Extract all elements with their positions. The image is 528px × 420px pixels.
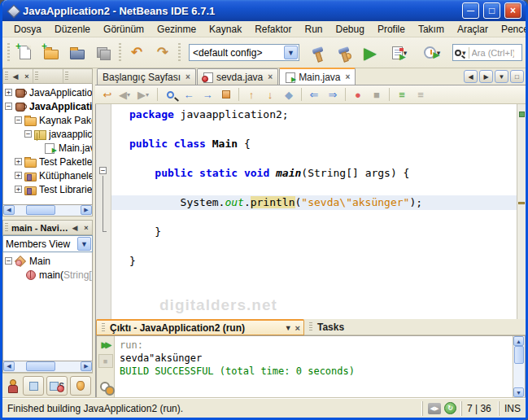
output-vscrollbar[interactable]: ▲ ▼ bbox=[513, 336, 525, 397]
tab-close-button[interactable]: × bbox=[268, 72, 273, 81]
previous-bookmark-button[interactable]: ↑ bbox=[242, 86, 260, 103]
tree-expand-handle[interactable]: − bbox=[15, 116, 22, 124]
rerun-button[interactable]: ▶▶ bbox=[98, 338, 113, 352]
combo-dropdown-button[interactable]: ▼ bbox=[77, 237, 91, 251]
new-file-button[interactable]: + bbox=[13, 41, 37, 65]
find-next-button[interactable]: → bbox=[199, 86, 216, 103]
tree-item[interactable]: −javaapplication2 bbox=[3, 127, 92, 141]
tab-close-button[interactable]: × bbox=[345, 72, 350, 81]
code-text-area[interactable]: package javaapplication2;public class Ma… bbox=[111, 104, 517, 319]
panel-close-button[interactable]: × bbox=[21, 71, 33, 82]
tasks-tab[interactable]: Tasks bbox=[304, 319, 352, 335]
code-line[interactable]: System.out.println("sevda\"aksünger"); bbox=[111, 195, 517, 210]
shift-line-left-button[interactable]: ⇐ bbox=[305, 86, 323, 103]
output-settings-button[interactable] bbox=[99, 382, 112, 393]
toolbar-grip[interactable] bbox=[119, 43, 121, 63]
tab-scroll-right-button[interactable]: ▶ bbox=[479, 70, 493, 83]
tree-item[interactable]: Main.java bbox=[3, 141, 92, 155]
back-button[interactable]: ◀▾ bbox=[117, 86, 135, 103]
menu-dosya[interactable]: Dosya bbox=[7, 22, 48, 37]
undo-button[interactable]: ↶ bbox=[124, 41, 149, 65]
minimized-window-button[interactable]: S bbox=[46, 376, 68, 396]
panel-minimize-button[interactable]: ◀ bbox=[10, 71, 21, 82]
navigator-view-selector[interactable]: Members View ▼ bbox=[2, 235, 93, 252]
scroll-down-button[interactable]: ▼ bbox=[513, 387, 524, 397]
menu-profile[interactable]: Profile bbox=[371, 22, 412, 37]
panel-minimize-button[interactable]: ◀ bbox=[69, 222, 81, 234]
tree-expand-handle[interactable]: − bbox=[24, 130, 32, 138]
tree-expand-handle[interactable]: + bbox=[5, 89, 12, 96]
redo-button[interactable]: ↷ bbox=[151, 41, 175, 65]
code-line[interactable] bbox=[111, 181, 517, 195]
scroll-right-button[interactable]: ▶ bbox=[81, 205, 92, 215]
toggle-bookmark-button[interactable]: ◆ bbox=[280, 86, 298, 103]
panel-tab-stub[interactable] bbox=[33, 69, 63, 83]
tree-item[interactable]: +Test Paketleri bbox=[3, 155, 92, 168]
menu-pencere[interactable]: Pencere bbox=[495, 22, 528, 37]
menu-refaktor[interactable]: Refaktor bbox=[248, 22, 298, 37]
panel-close-button[interactable]: × bbox=[81, 222, 92, 234]
code-line[interactable]: public static void main(String[] args) { bbox=[111, 166, 517, 181]
next-bookmark-button[interactable]: ↓ bbox=[261, 86, 279, 103]
config-combobox[interactable]: <default config> ▼ bbox=[189, 44, 299, 61]
search-input[interactable] bbox=[472, 48, 514, 58]
editor-tab-main-java[interactable]: Main.java× bbox=[279, 68, 356, 85]
editor-tab-ba-lang-sayfas-[interactable]: Başlangıç Sayfası× bbox=[97, 68, 196, 85]
tab-scroll-left-button[interactable]: ◀ bbox=[464, 70, 478, 83]
quick-search-box[interactable]: ▾ bbox=[452, 44, 522, 61]
panel-tab-stub[interactable] bbox=[63, 69, 93, 83]
tree-item[interactable]: main(String[] args) bbox=[3, 268, 92, 282]
minimize-button[interactable]: — bbox=[462, 2, 479, 19]
scroll-right-button[interactable]: ▶ bbox=[81, 361, 92, 371]
update-center-icon[interactable]: ↻ bbox=[444, 402, 456, 414]
find-button[interactable] bbox=[161, 86, 179, 103]
output-console[interactable]: run:sevda"aksüngerBUILD SUCCESSFUL (tota… bbox=[115, 336, 513, 397]
build-project-button[interactable] bbox=[306, 41, 330, 65]
stop-button[interactable]: ■ bbox=[98, 354, 113, 368]
code-line[interactable] bbox=[111, 210, 517, 225]
last-edit-location-button[interactable]: ↩ bbox=[98, 86, 116, 103]
output-tab[interactable]: Çıktı - JavaApplication2 (run) ▼ × bbox=[96, 319, 304, 335]
toolbar-grip[interactable] bbox=[178, 43, 181, 63]
editor-tab-sevda-java[interactable]: sevda.java× bbox=[197, 68, 278, 85]
code-line[interactable]: } bbox=[111, 254, 517, 269]
projects-hscrollbar[interactable]: ◀ ▶ bbox=[2, 205, 93, 217]
start-macro-recording-button[interactable]: ● bbox=[349, 86, 367, 103]
maximize-button[interactable]: □ bbox=[483, 2, 500, 19]
no-errors-indicator[interactable] bbox=[519, 112, 525, 117]
find-previous-button[interactable]: ← bbox=[180, 86, 198, 103]
shift-line-right-button[interactable]: ⇒ bbox=[324, 86, 342, 103]
code-line[interactable] bbox=[111, 239, 517, 254]
notifications-icon[interactable]: ◀▶ bbox=[428, 403, 441, 414]
error-stripe[interactable] bbox=[517, 104, 526, 319]
tree-item[interactable]: −JavaApplication2 bbox=[3, 99, 92, 113]
tree-item[interactable]: +JavaApplication1 bbox=[3, 85, 92, 99]
tree-item[interactable]: +Test Libraries bbox=[3, 182, 92, 196]
forward-button[interactable]: ▶▾ bbox=[136, 86, 154, 103]
debug-project-button[interactable]: ▾ bbox=[384, 41, 415, 65]
uncomment-button[interactable]: ≡ bbox=[412, 86, 430, 103]
tree-expand-handle[interactable]: − bbox=[5, 103, 12, 110]
output-dropdown-button[interactable]: ▼ bbox=[285, 324, 292, 332]
menu-düzenle[interactable]: Düzenle bbox=[48, 22, 97, 37]
tree-expand-handle[interactable]: − bbox=[5, 257, 12, 265]
tree-item[interactable]: +Kütüphaneler bbox=[3, 168, 92, 182]
team-icon[interactable] bbox=[7, 378, 20, 393]
tree-item[interactable]: −Main bbox=[3, 254, 92, 268]
maximize-editor-button[interactable]: □ bbox=[510, 70, 524, 83]
code-line[interactable] bbox=[111, 151, 517, 166]
menu-kaynak[interactable]: Kaynak bbox=[203, 22, 248, 37]
toggle-highlight-search-button[interactable] bbox=[217, 86, 235, 103]
code-line[interactable]: package javaapplication2; bbox=[111, 107, 517, 122]
minimized-window-button[interactable] bbox=[23, 376, 44, 396]
tab-close-button[interactable]: × bbox=[185, 72, 190, 81]
menu-takım[interactable]: Takım bbox=[412, 22, 451, 37]
code-fold-handle[interactable]: − bbox=[99, 167, 107, 174]
menu-run[interactable]: Run bbox=[299, 22, 329, 37]
combo-dropdown-button[interactable]: ▼ bbox=[284, 46, 298, 59]
new-project-button[interactable]: + bbox=[39, 41, 63, 65]
code-line[interactable]: public class Main { bbox=[111, 137, 517, 151]
scroll-up-button[interactable]: ▲ bbox=[513, 336, 524, 346]
profile-project-button[interactable]: ▾ bbox=[417, 41, 447, 65]
code-line[interactable]: } bbox=[111, 225, 517, 239]
